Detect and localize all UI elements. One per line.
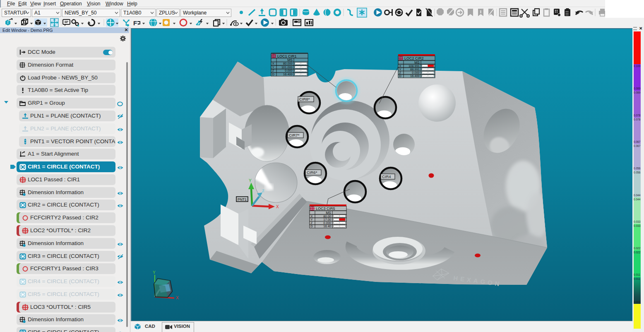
- svg-text:0.000: 0.000: [285, 69, 293, 72]
- svg-text:16.400: 16.400: [410, 74, 420, 78]
- svg-text:CIR4: CIR4: [382, 174, 391, 179]
- svg-text:D: D: [272, 72, 275, 76]
- svg-text:D: D: [311, 224, 313, 228]
- svg-text:LOC1 CIR1: LOC1 CIR1: [277, 54, 297, 58]
- svg-text:Z: Z: [262, 189, 264, 193]
- svg-text:D: D: [399, 74, 402, 78]
- svg-text:Y: Y: [249, 178, 252, 183]
- svg-text:CIR7*: CIR7*: [289, 133, 300, 137]
- svg-text:Y: Y: [153, 270, 156, 275]
- svg-text:CIR6*: CIR6*: [307, 170, 317, 175]
- svg-text:PNT1: PNT1: [238, 197, 247, 202]
- svg-text:X: X: [276, 204, 279, 209]
- svg-text:X: X: [176, 296, 179, 300]
- svg-text:F: F: [133, 19, 137, 26]
- svg-text:LOC2 CIR2: LOC2 CIR2: [404, 56, 424, 60]
- svg-text:Z: Z: [272, 69, 274, 72]
- svg-text:16.400: 16.400: [283, 72, 293, 76]
- svg-text:LOC3 CIR5: LOC3 CIR5: [316, 207, 335, 211]
- svg-text:16.40: 16.40: [323, 224, 331, 228]
- svg-text:CIR8*: CIR8*: [299, 97, 310, 101]
